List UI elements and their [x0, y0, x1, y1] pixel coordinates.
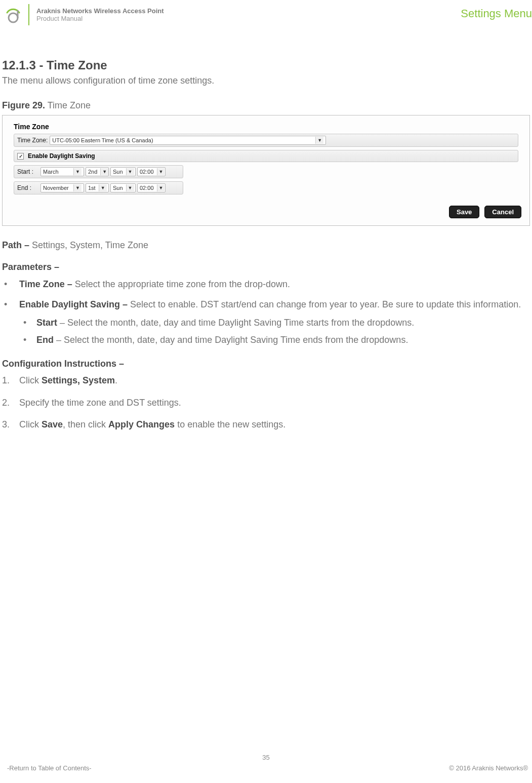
section-title: 12.1.3 - Time Zone: [2, 58, 530, 72]
page-header: Araknis Networks Wireless Access Point P…: [0, 0, 532, 30]
figure-title: Time Zone: [48, 100, 91, 110]
parameters-list: Time Zone – Select the appropriate time …: [2, 278, 530, 346]
start-time-select[interactable]: 02:00▼: [137, 167, 166, 176]
end-day-select[interactable]: Sun▼: [110, 183, 136, 192]
chevron-down-icon: ▼: [99, 184, 107, 191]
start-month-select[interactable]: March▼: [40, 167, 84, 176]
end-week-select[interactable]: 1st▼: [86, 183, 109, 192]
path-line: Path – Settings, System, Time Zone: [2, 240, 530, 251]
dst-enable-row: ✓ Enable Daylight Saving: [14, 150, 518, 162]
chevron-down-icon: ▼: [126, 184, 134, 191]
param-dst: Enable Daylight Saving – Select to enabl…: [2, 298, 530, 346]
param-dst-start: Start – Select the month, date, day and …: [19, 316, 530, 329]
chevron-down-icon: ▼: [73, 184, 81, 191]
settings-menu-label: Settings Menu: [461, 7, 532, 20]
copyright: © 2016 Araknis Networks®: [449, 764, 528, 772]
page-footer: 35 -Return to Table of Contents- © 2016 …: [0, 754, 532, 772]
timezone-select-value: UTC-05:00 Eastern Time (US & Canada): [52, 137, 153, 143]
step-1: Click Settings, System.: [2, 374, 530, 387]
product-name: Araknis Networks Wireless Access Point: [36, 7, 164, 15]
header-text: Araknis Networks Wireless Access Point P…: [36, 7, 164, 22]
end-label: End :: [17, 184, 38, 191]
section-intro: The menu allows configuration of time zo…: [2, 75, 530, 86]
save-button[interactable]: Save: [449, 206, 479, 218]
param-dst-end: End – Select the month, date, day and ti…: [19, 333, 530, 346]
start-day-select[interactable]: Sun▼: [110, 167, 136, 176]
path-label: Path –: [2, 240, 32, 250]
param-timezone: Time Zone – Select the appropriate time …: [2, 278, 530, 291]
timezone-row: Time Zone: UTC-05:00 Eastern Time (US & …: [14, 134, 518, 147]
return-toc-link[interactable]: -Return to Table of Contents-: [7, 764, 92, 772]
chevron-down-icon: ▼: [73, 168, 81, 175]
chevron-down-icon: ▼: [157, 184, 165, 191]
chevron-down-icon: ▼: [315, 137, 323, 144]
brand-logo-icon: [4, 6, 22, 24]
cancel-button[interactable]: Cancel: [484, 206, 521, 218]
path-value: Settings, System, Time Zone: [32, 240, 148, 250]
step-2: Specify the time zone and DST settings.: [2, 397, 530, 409]
config-steps: Click Settings, System. Specify the time…: [2, 374, 530, 431]
svg-point-0: [9, 13, 18, 22]
timezone-label: Time Zone:: [17, 137, 48, 144]
doc-type: Product Manual: [36, 15, 164, 22]
chevron-down-icon: ▼: [100, 168, 108, 175]
page-number: 35: [0, 754, 532, 761]
dst-checkbox[interactable]: ✓: [17, 153, 24, 160]
chevron-down-icon: ▼: [157, 168, 165, 175]
start-label: Start :: [17, 168, 38, 175]
dst-start-row: Start : March▼ 2nd▼ Sun▼ 02:00▼: [14, 165, 183, 178]
parameters-heading: Parameters –: [2, 262, 530, 272]
end-time-select[interactable]: 02:00▼: [137, 183, 166, 192]
config-heading: Configuration Instructions –: [2, 359, 530, 369]
panel-heading: Time Zone: [14, 123, 518, 131]
logo-block: Araknis Networks Wireless Access Point P…: [4, 4, 164, 25]
start-week-select[interactable]: 2nd▼: [86, 167, 109, 176]
timezone-panel-screenshot: Time Zone Time Zone: UTC-05:00 Eastern T…: [2, 115, 530, 226]
end-month-select[interactable]: November▼: [40, 183, 84, 192]
figure-label: Figure 29.: [2, 100, 45, 110]
header-divider: [28, 4, 29, 25]
param-dst-sublist: Start – Select the month, date, day and …: [19, 316, 530, 346]
timezone-select[interactable]: UTC-05:00 Eastern Time (US & Canada) ▼: [50, 136, 326, 145]
step-3: Click Save, then click Apply Changes to …: [2, 418, 530, 431]
dst-enable-label: Enable Daylight Saving: [28, 152, 95, 160]
dst-end-row: End : November▼ 1st▼ Sun▼ 02:00▼: [14, 181, 183, 194]
button-bar: Save Cancel: [3, 202, 529, 225]
figure-caption: Figure 29. Time Zone: [2, 100, 530, 111]
chevron-down-icon: ▼: [126, 168, 134, 175]
